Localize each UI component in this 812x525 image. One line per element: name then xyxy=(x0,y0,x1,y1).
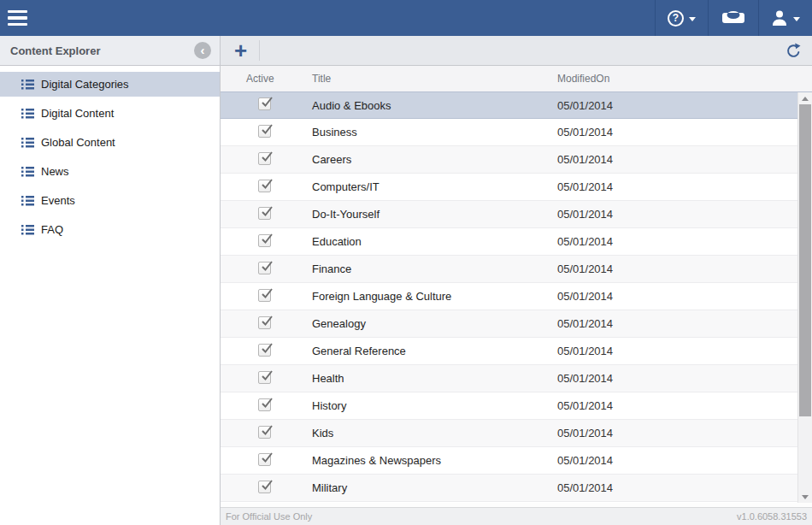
active-cell xyxy=(221,426,312,441)
sidebar-item-digital-categories[interactable]: Digital Categories xyxy=(0,72,220,97)
table-row[interactable]: Magazines & Newspapers 05/01/2014 xyxy=(221,447,812,475)
active-cell xyxy=(221,262,312,277)
modifiedon-cell: 05/01/2014 xyxy=(557,180,812,193)
collapse-sidebar-button[interactable]: ‹ xyxy=(194,42,211,59)
inbox-button[interactable] xyxy=(708,0,758,36)
table-row[interactable]: Genealogy 05/01/2014 xyxy=(221,310,812,338)
title-cell: Military xyxy=(312,481,557,494)
sidebar-item-label: Digital Content xyxy=(41,107,114,120)
active-checkbox[interactable] xyxy=(258,481,271,493)
table-row[interactable]: Health 05/01/2014 xyxy=(221,365,812,392)
active-checkbox[interactable] xyxy=(258,453,271,466)
modifiedon-cell: 05/01/2014 xyxy=(557,372,812,385)
chevron-down-icon xyxy=(689,17,696,21)
scrollbar-thumb[interactable] xyxy=(799,104,811,416)
sidebar-item-global-content[interactable]: Global Content xyxy=(0,130,220,155)
active-checkbox[interactable] xyxy=(258,97,271,110)
sidebar-item-faq[interactable]: FAQ xyxy=(0,217,220,242)
active-cell xyxy=(221,453,312,469)
table-row[interactable]: Education 05/01/2014 xyxy=(221,228,812,256)
topbar: ? xyxy=(0,0,812,36)
modifiedon-cell: 05/01/2014 xyxy=(557,235,812,248)
help-icon: ? xyxy=(668,10,684,27)
table-row[interactable]: General Reference 05/01/2014 xyxy=(221,338,812,365)
title-cell: Business xyxy=(312,126,557,139)
modifiedon-cell: 05/01/2014 xyxy=(557,317,812,330)
modifiedon-cell: 05/01/2014 xyxy=(557,427,812,439)
table-row[interactable]: Kids 05/01/2014 xyxy=(221,420,812,447)
table-header: Active Title ModifiedOn xyxy=(221,66,812,92)
menu-icon[interactable] xyxy=(0,0,36,36)
modifiedon-cell: 05/01/2014 xyxy=(557,126,812,139)
active-cell xyxy=(221,234,312,250)
active-checkbox[interactable] xyxy=(258,152,271,165)
active-checkbox[interactable] xyxy=(258,234,271,247)
sidebar: Digital Categories Digital Content xyxy=(0,66,221,525)
title-cell: Kids xyxy=(312,427,557,439)
active-checkbox[interactable] xyxy=(258,398,271,411)
active-cell xyxy=(221,289,312,304)
active-checkbox[interactable] xyxy=(258,426,271,439)
table-row[interactable]: History 05/01/2014 xyxy=(221,392,812,420)
modifiedon-cell: 05/01/2014 xyxy=(557,481,812,494)
modifiedon-cell: 05/01/2014 xyxy=(557,208,812,221)
title-cell: Health xyxy=(312,372,557,385)
active-checkbox[interactable] xyxy=(258,316,271,329)
table-row[interactable]: Computers/IT 05/01/2014 xyxy=(221,174,812,201)
main-body: Digital Categories Digital Content xyxy=(0,66,812,525)
user-menu-button[interactable] xyxy=(758,0,812,36)
modifiedon-cell: 05/01/2014 xyxy=(557,399,812,412)
checkmark-icon xyxy=(260,451,274,465)
sidebar-item-news[interactable]: News xyxy=(0,159,220,184)
active-checkbox[interactable] xyxy=(258,344,271,357)
checkmark-icon xyxy=(260,369,274,383)
table-row[interactable]: Careers 05/01/2014 xyxy=(221,146,812,174)
table-row[interactable]: Do-It-Yourself 05/01/2014 xyxy=(221,201,812,228)
refresh-button[interactable] xyxy=(786,43,802,59)
column-header-modifiedon[interactable]: ModifiedOn xyxy=(557,73,812,85)
sidebar-item-digital-content[interactable]: Digital Content xyxy=(0,101,220,126)
checkmark-icon xyxy=(260,397,274,410)
active-checkbox[interactable] xyxy=(258,180,271,192)
active-checkbox[interactable] xyxy=(258,371,271,384)
active-cell xyxy=(221,97,312,113)
column-header-title[interactable]: Title xyxy=(312,73,557,85)
table-row[interactable]: Finance 05/01/2014 xyxy=(221,256,812,283)
checkmark-icon xyxy=(260,287,274,301)
checkmark-icon xyxy=(260,123,274,137)
sidebar-item-label: Digital Categories xyxy=(41,78,129,91)
title-cell: Foreign Language & Culture xyxy=(312,290,557,303)
triangle-up-icon xyxy=(802,97,809,101)
title-cell: Genealogy xyxy=(312,317,557,330)
modifiedon-cell: 05/01/2014 xyxy=(557,345,812,357)
table-row[interactable]: Business 05/01/2014 xyxy=(221,119,812,146)
modifiedon-cell: 05/01/2014 xyxy=(557,153,812,166)
classification-label: For Official Use Only xyxy=(226,511,312,522)
table-row[interactable]: Military 05/01/2014 xyxy=(221,475,812,502)
list-icon xyxy=(21,79,34,90)
active-checkbox[interactable] xyxy=(258,262,271,274)
sidebar-item-label: News xyxy=(41,165,69,178)
scroll-down-button[interactable] xyxy=(798,491,812,503)
title-cell: Computers/IT xyxy=(312,180,557,193)
sidebar-item-events[interactable]: Events xyxy=(0,188,220,213)
active-checkbox[interactable] xyxy=(258,289,271,302)
active-cell xyxy=(221,371,312,386)
title-cell: Education xyxy=(312,235,557,248)
table-row[interactable]: Audio & Ebooks 05/01/2014 xyxy=(221,91,812,119)
version-label: v1.0.6058.31553 xyxy=(737,511,807,522)
triangle-down-icon xyxy=(802,495,809,499)
vertical-scrollbar[interactable] xyxy=(797,92,812,503)
modifiedon-cell: 05/01/2014 xyxy=(557,454,812,467)
title-cell: Careers xyxy=(312,153,557,166)
help-menu-button[interactable]: ? xyxy=(655,0,708,36)
scroll-up-button[interactable] xyxy=(798,92,812,104)
column-header-active[interactable]: Active xyxy=(221,73,312,85)
table-row[interactable]: Foreign Language & Culture 05/01/2014 xyxy=(221,283,812,310)
list-icon xyxy=(21,137,34,148)
active-checkbox[interactable] xyxy=(258,125,271,138)
add-button[interactable]: + xyxy=(231,41,250,60)
active-checkbox[interactable] xyxy=(258,207,271,220)
active-cell xyxy=(221,398,312,414)
content-toolbar: + xyxy=(221,36,812,65)
